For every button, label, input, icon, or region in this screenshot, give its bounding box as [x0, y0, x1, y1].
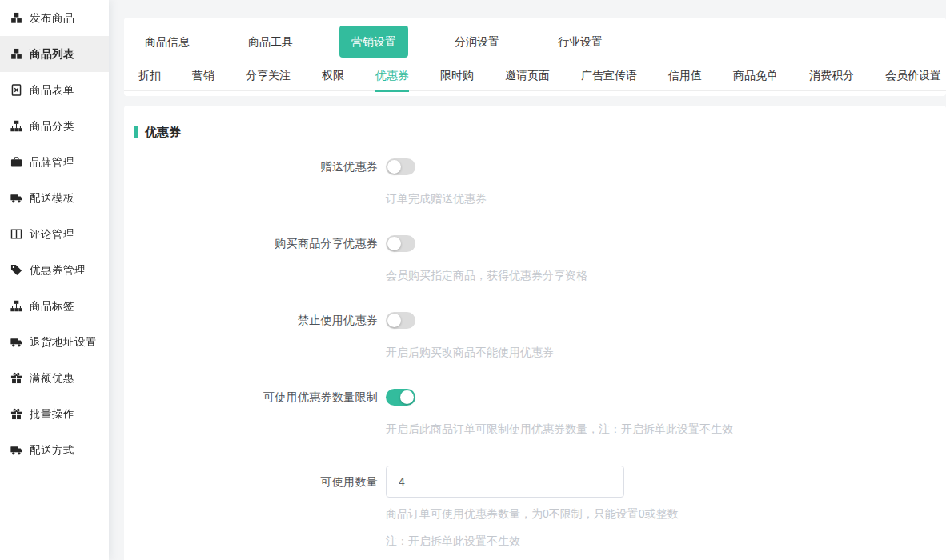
form-row-4: 可使用数量商品订单可使用优惠券数量，为0不限制，只能设置0或整数注：开启拆单此设… — [124, 466, 946, 546]
sidebar-item-label: 批量操作 — [30, 407, 74, 422]
sub-tab-6[interactable]: 邀请页面 — [505, 67, 550, 92]
toggle-switch[interactable] — [386, 389, 415, 406]
form-row-control: 订单完成赠送优惠券 — [386, 158, 487, 204]
form-row-label: 购买商品分享优惠券 — [124, 235, 378, 281]
sidebar-item-label: 退货地址设置 — [30, 335, 97, 350]
sidebar-item-11[interactable]: 批量操作 — [0, 396, 109, 432]
usable-count-input[interactable] — [386, 466, 624, 498]
sidebar-item-12[interactable]: 配送方式 — [0, 432, 109, 468]
help-text: 订单完成赠送优惠券 — [386, 193, 487, 204]
sidebar-item-0[interactable]: 发布商品 — [0, 0, 109, 36]
form-row-control: 商品订单可使用优惠券数量，为0不限制，只能设置0或整数注：开启拆单此设置不生效 — [386, 466, 679, 546]
sub-tab-bar: 折扣营销分享关注权限优惠券限时购邀请页面广告宣传语信用值商品免单消费积分会员价设… — [124, 67, 946, 91]
sub-tab-9[interactable]: 商品免单 — [733, 67, 778, 92]
sidebar-item-label: 品牌管理 — [30, 155, 74, 170]
cubes-icon — [10, 12, 22, 24]
truck-icon — [10, 444, 22, 456]
sidebar-item-10[interactable]: 满额优惠 — [0, 360, 109, 396]
tabs-card: 商品信息商品工具营销设置分润设置行业设置 折扣营销分享关注权限优惠券限时购邀请页… — [124, 18, 946, 96]
form-row-label: 可使用数量 — [124, 466, 378, 546]
sub-tab-3[interactable]: 权限 — [322, 67, 344, 92]
main-tab-3[interactable]: 分润设置 — [455, 34, 499, 50]
sub-tab-1[interactable]: 营销 — [192, 67, 214, 92]
sidebar-item-label: 优惠券管理 — [30, 263, 86, 278]
main-tab-0[interactable]: 商品信息 — [145, 34, 190, 50]
section-title: 优惠券 — [134, 123, 946, 141]
coupon-form: 赠送优惠券订单完成赠送优惠券购买商品分享优惠券会员购买指定商品，获得优惠券分享资… — [124, 158, 946, 546]
form-row-label: 赠送优惠券 — [124, 158, 378, 204]
sidebar-item-label: 配送方式 — [30, 443, 74, 458]
briefcase-icon — [10, 156, 22, 168]
sidebar-item-label: 商品分类 — [30, 119, 74, 134]
sidebar-item-label: 商品表单 — [30, 83, 74, 98]
gift-icon — [10, 408, 22, 420]
main-tab-bar: 商品信息商品工具营销设置分润设置行业设置 — [124, 34, 946, 50]
help-text: 会员购买指定商品，获得优惠券分享资格 — [386, 270, 587, 281]
form-row-label: 可使用优惠券数量限制 — [124, 389, 378, 434]
sub-tab-10[interactable]: 消费积分 — [809, 67, 854, 92]
main-tab-4[interactable]: 行业设置 — [558, 34, 603, 50]
sub-tab-7[interactable]: 广告宣传语 — [581, 67, 637, 92]
help-text: 商品订单可使用优惠券数量，为0不限制，只能设置0或整数 — [386, 508, 679, 519]
main-area: 商品信息商品工具营销设置分润设置行业设置 折扣营销分享关注权限优惠券限时购邀请页… — [109, 0, 946, 560]
form-row-control: 开启后购买改商品不能使用优惠券 — [386, 312, 554, 358]
cubes-icon — [10, 48, 22, 60]
sub-tab-11[interactable]: 会员价设置 — [885, 67, 941, 92]
sidebar-menu: 发布商品商品列表商品表单商品分类品牌管理配送模板评论管理优惠券管理商品标签退货地… — [0, 0, 109, 468]
truck-icon — [10, 192, 22, 204]
sidebar-item-2[interactable]: 商品表单 — [0, 72, 109, 108]
sidebar-item-label: 商品列表 — [30, 47, 74, 62]
sitemap-icon — [10, 300, 22, 312]
form-row-label: 禁止使用优惠券 — [124, 312, 378, 358]
sub-tab-0[interactable]: 折扣 — [138, 67, 161, 92]
sidebar-item-4[interactable]: 品牌管理 — [0, 144, 109, 180]
toggle-switch[interactable] — [386, 312, 415, 329]
toggle-switch[interactable] — [386, 235, 415, 252]
sub-tab-5[interactable]: 限时购 — [440, 67, 474, 92]
sidebar-item-3[interactable]: 商品分类 — [0, 108, 109, 144]
file-form-icon — [10, 84, 22, 96]
form-row-1: 购买商品分享优惠券会员购买指定商品，获得优惠券分享资格 — [124, 235, 946, 281]
sidebar-item-8[interactable]: 商品标签 — [0, 288, 109, 324]
help-text: 开启后购买改商品不能使用优惠券 — [386, 346, 554, 358]
main-tab-2[interactable]: 营销设置 — [339, 26, 408, 58]
sidebar-item-9[interactable]: 退货地址设置 — [0, 324, 109, 360]
form-row-control: 会员购买指定商品，获得优惠券分享资格 — [386, 235, 587, 281]
toggle-knob — [387, 160, 401, 174]
toggle-switch[interactable] — [386, 158, 415, 175]
form-row-2: 禁止使用优惠券开启后购买改商品不能使用优惠券 — [124, 312, 946, 358]
sitemap-icon — [10, 120, 22, 132]
coupon-settings-card: 优惠券 赠送优惠券订单完成赠送优惠券购买商品分享优惠券会员购买指定商品，获得优惠… — [124, 106, 946, 560]
gift-icon — [10, 372, 22, 384]
help-text: 注：开启拆单此设置不生效 — [386, 535, 679, 546]
tag-icon — [10, 264, 22, 276]
toggle-knob — [387, 314, 401, 327]
sidebar-item-1[interactable]: 商品列表 — [0, 36, 109, 72]
form-row-0: 赠送优惠券订单完成赠送优惠券 — [124, 158, 946, 204]
truck-icon — [10, 336, 22, 348]
sidebar-item-6[interactable]: 评论管理 — [0, 216, 109, 252]
form-row-3: 可使用优惠券数量限制开启后此商品订单可限制使用优惠券数量，注：开启拆单此设置不生… — [124, 389, 946, 434]
main-tab-1[interactable]: 商品工具 — [248, 34, 293, 50]
toggle-knob — [387, 237, 401, 250]
sidebar-item-5[interactable]: 配送模板 — [0, 180, 109, 216]
sidebar-item-label: 发布商品 — [30, 11, 74, 26]
help-text: 开启后此商品订单可限制使用优惠券数量，注：开启拆单此设置不生效 — [386, 423, 733, 434]
sub-tab-4[interactable]: 优惠券 — [375, 67, 409, 92]
sidebar-item-7[interactable]: 优惠券管理 — [0, 252, 109, 288]
sidebar-item-label: 满额优惠 — [30, 371, 74, 386]
sidebar: 发布商品商品列表商品表单商品分类品牌管理配送模板评论管理优惠券管理商品标签退货地… — [0, 0, 109, 560]
sidebar-item-label: 配送模板 — [30, 191, 74, 206]
sidebar-item-label: 商品标签 — [30, 299, 74, 314]
toggle-knob — [400, 390, 414, 404]
sub-tab-8[interactable]: 信用值 — [668, 67, 702, 92]
sub-tab-2[interactable]: 分享关注 — [246, 67, 291, 92]
columns-icon — [10, 228, 22, 240]
sidebar-item-label: 评论管理 — [30, 227, 74, 242]
form-row-control: 开启后此商品订单可限制使用优惠券数量，注：开启拆单此设置不生效 — [386, 389, 733, 434]
